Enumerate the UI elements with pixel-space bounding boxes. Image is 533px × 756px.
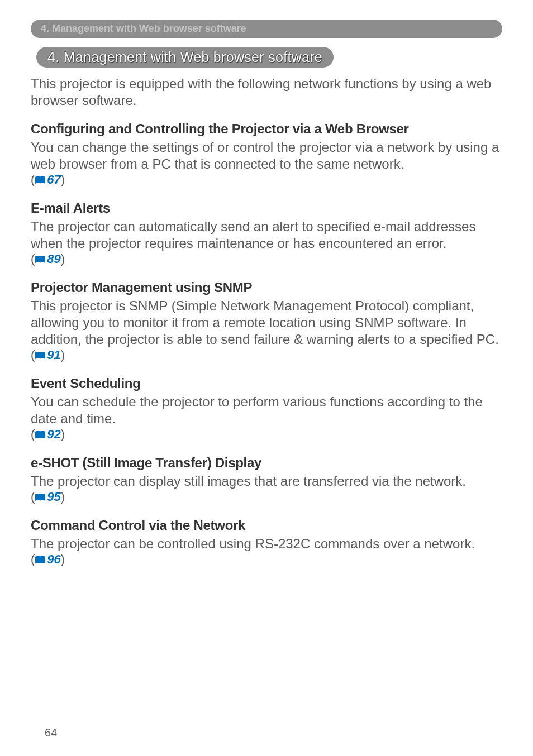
- section-body: You can schedule the projector to perfor…: [31, 394, 502, 427]
- section-body: You can change the settings of or contro…: [31, 139, 502, 173]
- chapter-header-bar: 4. Management with Web browser software: [31, 20, 502, 38]
- paren-open: (: [31, 252, 35, 266]
- book-icon: [35, 491, 46, 505]
- paren-close: ): [61, 348, 65, 362]
- book-icon: [35, 428, 46, 443]
- page-ref-number: 89: [47, 252, 60, 266]
- section-body: The projector can display still images t…: [31, 473, 502, 490]
- paren-close: ): [61, 490, 65, 504]
- book-icon: [35, 349, 46, 363]
- paren-close: ): [61, 427, 65, 441]
- section-title-pill: 4. Management with Web browser software: [36, 47, 334, 68]
- page-ref-number: 96: [47, 552, 60, 566]
- section-heading: e-SHOT (Still Image Transfer) Display: [31, 455, 502, 471]
- page-reference: (92): [31, 427, 502, 443]
- page-reference: (96): [31, 552, 502, 568]
- paren-close: ): [61, 252, 65, 266]
- section-title-text: 4. Management with Web browser software: [47, 49, 322, 65]
- section-body: The projector can be controlled using RS…: [31, 535, 502, 552]
- section-command-control: Command Control via the Network The proj…: [31, 518, 502, 568]
- page-ref-number: 92: [47, 427, 60, 441]
- paren-close: ): [61, 552, 65, 566]
- section-eshot: e-SHOT (Still Image Transfer) Display Th…: [31, 455, 502, 505]
- section-heading: Command Control via the Network: [31, 518, 502, 533]
- paren-open: (: [31, 173, 35, 186]
- page-reference: (95): [31, 490, 502, 505]
- section-heading: Configuring and Controlling the Projecto…: [31, 121, 502, 137]
- page-reference: (89): [31, 252, 502, 267]
- section-body: This projector is SNMP (Simple Network M…: [31, 298, 502, 348]
- paren-open: (: [31, 552, 35, 566]
- section-body: The projector can automatically send an …: [31, 218, 502, 252]
- page-ref-number: 67: [47, 173, 60, 186]
- section-heading: Event Scheduling: [31, 376, 502, 391]
- section-email-alerts: E-mail Alerts The projector can automati…: [31, 200, 502, 267]
- section-event-scheduling: Event Scheduling You can schedule the pr…: [31, 376, 502, 443]
- page-reference: (91): [31, 348, 502, 363]
- page-reference: (67): [31, 173, 502, 188]
- chapter-header-text: 4. Management with Web browser software: [41, 23, 246, 34]
- section-heading: E-mail Alerts: [31, 200, 502, 216]
- section-configuring: Configuring and Controlling the Projecto…: [31, 121, 502, 188]
- book-icon: [35, 553, 46, 568]
- page-ref-number: 91: [47, 348, 60, 362]
- section-snmp: Projector Management using SNMP This pro…: [31, 280, 502, 363]
- book-icon: [35, 253, 46, 267]
- book-icon: [35, 174, 46, 188]
- page-number: 64: [45, 726, 57, 739]
- intro-paragraph: This projector is equipped with the foll…: [31, 75, 502, 109]
- paren-close: ): [61, 173, 65, 186]
- page-ref-number: 95: [47, 490, 60, 504]
- paren-open: (: [31, 490, 35, 504]
- paren-open: (: [31, 348, 35, 362]
- section-heading: Projector Management using SNMP: [31, 280, 502, 295]
- paren-open: (: [31, 427, 35, 441]
